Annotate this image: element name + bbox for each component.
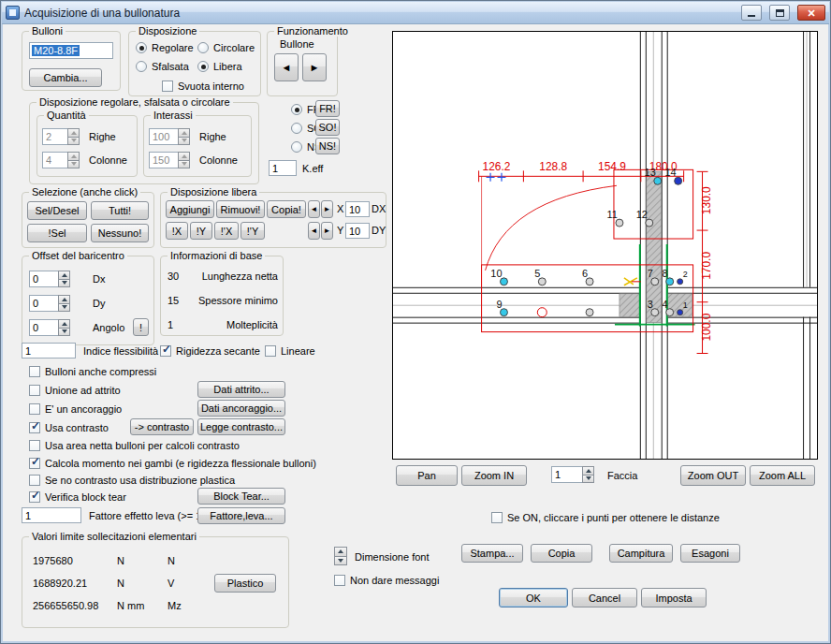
x-minus-button[interactable]: ◄ xyxy=(308,200,320,218)
faccia-input[interactable] xyxy=(551,466,582,483)
campitura-button[interactable]: Campitura xyxy=(609,544,673,563)
radio-libera[interactable]: Libera xyxy=(197,60,242,73)
so-force-button[interactable]: SO! xyxy=(315,119,340,136)
nessuno-button[interactable]: Nessuno! xyxy=(91,224,149,242)
checkbox-no-msg-box[interactable] xyxy=(334,575,345,586)
rimuovi-button[interactable]: Rimuovi! xyxy=(216,200,265,218)
ok-button[interactable]: OK xyxy=(499,588,568,607)
checkbox-plastica-box[interactable] xyxy=(29,475,40,486)
plastico-button[interactable]: Plastico xyxy=(214,574,276,593)
spin-down-icon[interactable] xyxy=(58,304,70,313)
copia-bolt-button[interactable]: Copia! xyxy=(267,200,306,218)
minimize-button[interactable] xyxy=(741,5,762,21)
maximize-button[interactable] xyxy=(769,5,790,21)
spin-up-icon[interactable] xyxy=(178,152,190,161)
connection-drawing[interactable]: 126.2 128.8 154.9 180.0 130.0 170.0 100.… xyxy=(393,32,817,459)
spin-down-icon[interactable] xyxy=(334,557,347,566)
checkbox-area-netta-box[interactable] xyxy=(29,440,40,451)
dx-step-input[interactable] xyxy=(345,201,370,217)
radio-circolare[interactable]: Circolare xyxy=(197,41,255,54)
bolt-1[interactable] xyxy=(678,310,683,315)
mirror-local-y-button[interactable]: !'Y xyxy=(241,222,265,240)
fr-force-button[interactable]: FR! xyxy=(315,100,340,117)
quantita-righe-input[interactable] xyxy=(42,128,67,145)
title-bar[interactable]: Acquisizione di una bullonatura xyxy=(2,2,829,24)
bullone-next-button[interactable]: ► xyxy=(302,53,327,81)
inverti-sel-button[interactable]: !Sel xyxy=(27,224,87,242)
imposta-button[interactable]: Imposta xyxy=(641,588,707,607)
spin-up-icon[interactable] xyxy=(58,295,70,304)
bolt-13[interactable] xyxy=(654,177,662,184)
spin-down-icon[interactable] xyxy=(67,138,80,146)
checkbox-block-tear-box[interactable] xyxy=(29,491,40,503)
checkbox-unione-attrito[interactable]: Unione ad attrito xyxy=(29,384,121,397)
zoom-out-button[interactable]: Zoom OUT xyxy=(680,465,746,486)
radio-sfalsata[interactable]: Sfalsata xyxy=(136,60,189,73)
zoom-all-button[interactable]: Zoom ALL xyxy=(750,465,815,486)
angolo-apply-button[interactable]: ! xyxy=(133,318,149,336)
spin-up-icon[interactable] xyxy=(178,128,190,138)
checkbox-block-tear[interactable]: Verifica block tear xyxy=(29,490,126,504)
radio-so-dot[interactable] xyxy=(291,123,302,134)
bolt-12[interactable] xyxy=(646,219,653,227)
spin-up-icon[interactable] xyxy=(67,152,80,161)
checkbox-ancoraggio[interactable]: E' un ancoraggio xyxy=(29,402,122,416)
pan-button[interactable]: Pan xyxy=(396,465,458,486)
checkbox-svuota-box[interactable] xyxy=(162,80,173,92)
bolt-10[interactable] xyxy=(500,278,507,285)
bolt-11[interactable] xyxy=(616,219,623,227)
radio-libera-dot[interactable] xyxy=(197,61,209,72)
offset-dx-spinner[interactable] xyxy=(29,271,70,287)
checkbox-lineare-box[interactable] xyxy=(265,345,276,357)
offset-dy-input[interactable] xyxy=(29,295,58,312)
spin-down-icon[interactable] xyxy=(178,138,190,146)
offset-angolo-spinner[interactable] xyxy=(29,319,70,336)
offset-dy-spinner[interactable] xyxy=(29,295,70,312)
spin-up-icon[interactable] xyxy=(58,319,70,329)
ns-force-button[interactable]: NS! xyxy=(315,138,340,154)
checkbox-usa-contrasto[interactable]: Usa contrasto xyxy=(29,421,109,434)
bullone-tipo-field[interactable]: M20-8.8F xyxy=(29,42,113,59)
radio-circolare-dot[interactable] xyxy=(197,42,209,53)
bolt-marker[interactable] xyxy=(586,309,593,316)
quantita-righe-spinner[interactable] xyxy=(42,128,80,145)
interassi-righe-spinner[interactable] xyxy=(149,128,190,145)
bolt-3[interactable] xyxy=(651,309,659,316)
copia-button[interactable]: Copia xyxy=(531,544,592,563)
checkbox-calcola-momento[interactable]: Calcola momento nei gambi (e rigidezza f… xyxy=(29,457,316,470)
cancel-button[interactable]: Cancel xyxy=(572,588,637,607)
bolt-7[interactable] xyxy=(651,278,659,285)
spin-down-icon[interactable] xyxy=(67,161,80,169)
spin-down-icon[interactable] xyxy=(58,280,70,288)
mirror-y-button[interactable]: !Y xyxy=(190,222,212,240)
mirror-x-button[interactable]: !X xyxy=(166,222,188,240)
interassi-righe-input[interactable] xyxy=(149,128,178,145)
interassi-colonne-spinner[interactable] xyxy=(149,152,190,168)
radio-fr-dot[interactable] xyxy=(291,104,302,115)
dimensione-font-stepper[interactable] xyxy=(334,547,347,565)
fattore-leva-input[interactable] xyxy=(22,507,81,523)
bolt-9[interactable] xyxy=(500,309,507,316)
radio-sfalsata-dot[interactable] xyxy=(136,61,147,72)
legge-contrasto-button[interactable]: Legge contrasto... xyxy=(197,418,285,435)
drawing-viewport[interactable]: 126.2 128.8 154.9 180.0 130.0 170.0 100.… xyxy=(392,31,818,460)
spin-up-icon[interactable] xyxy=(582,466,594,476)
spin-up-icon[interactable] xyxy=(58,271,70,280)
spin-down-icon[interactable] xyxy=(178,161,190,169)
checkbox-compressi-box[interactable] xyxy=(29,366,40,377)
checkbox-non-dare-messaggi[interactable]: Non dare messaggi xyxy=(334,574,439,587)
offset-dx-input[interactable] xyxy=(29,271,58,287)
quantita-colonne-spinner[interactable] xyxy=(42,152,80,168)
bolt-6[interactable] xyxy=(586,278,593,285)
dati-ancoraggio-button[interactable]: Dati ancoraggio... xyxy=(197,400,285,417)
esagoni-button[interactable]: Esagoni xyxy=(680,544,740,563)
to-contrasto-button[interactable]: -> contrasto xyxy=(130,418,194,435)
checkbox-rigidezza-box[interactable] xyxy=(160,345,171,357)
checkbox-momento-box[interactable] xyxy=(29,458,40,469)
sel-desel-button[interactable]: Sel/Desel xyxy=(27,201,87,220)
dy-step-input[interactable] xyxy=(345,223,370,239)
tutti-button[interactable]: Tutti! xyxy=(91,201,149,220)
checkbox-area-netta[interactable]: Usa area netta bulloni per calcoli contr… xyxy=(29,439,240,452)
quantita-colonne-input[interactable] xyxy=(42,152,67,168)
mirror-local-x-button[interactable]: !'X xyxy=(214,222,239,240)
